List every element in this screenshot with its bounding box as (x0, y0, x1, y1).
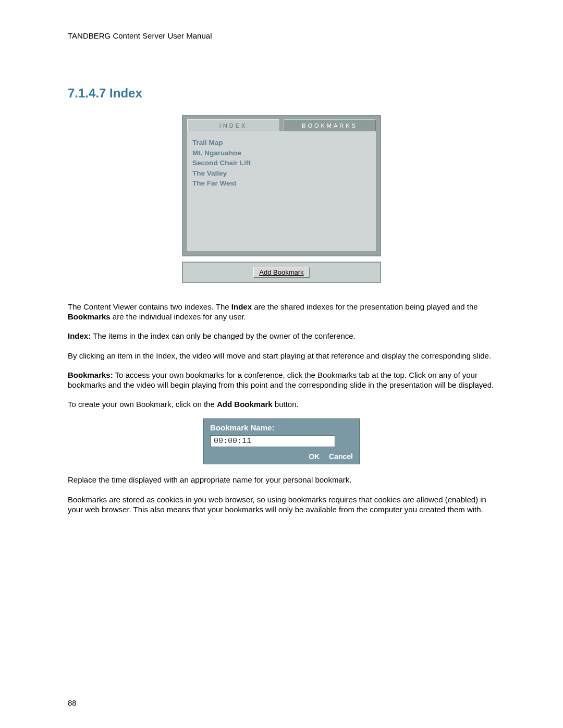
add-bookmark-bar: Add Bookmark (182, 262, 381, 283)
bookmark-dialog: Bookmark Name: OK Cancel (203, 418, 360, 464)
bold-index-label: Index: (68, 331, 91, 340)
text: The Content Viewer contains two indexes.… (68, 302, 231, 311)
paragraph-create-bookmark: To create your own Bookmark, click on th… (68, 399, 495, 409)
list-item[interactable]: Mt. Ngaruahoe (192, 148, 371, 158)
text: The items in the index can only be chang… (91, 331, 356, 340)
list-item[interactable]: Trail Map (192, 138, 371, 148)
ok-button[interactable]: OK (309, 452, 320, 461)
bold-add-bookmark: Add Bookmark (217, 400, 273, 409)
paragraph-bookmarks: Bookmarks: To access your own bookmarks … (68, 370, 495, 390)
section-heading: 7.1.4.7 Index (68, 86, 495, 101)
add-bookmark-button[interactable]: Add Bookmark (253, 267, 309, 278)
paragraph-replace-time: Replace the time displayed with an appro… (68, 475, 495, 485)
paragraph-click-item: By clicking an item in the Index, the vi… (68, 351, 495, 361)
tabs-row: INDEX BOOKMARKS (183, 116, 380, 131)
index-figure: INDEX BOOKMARKS Trail Map Mt. Ngaruahoe … (68, 115, 495, 283)
page-number: 88 (68, 698, 77, 707)
bold-bookmarks-label: Bookmarks: (68, 371, 113, 379)
bookmark-name-label: Bookmark Name: (210, 423, 353, 432)
bold-index: Index (231, 302, 252, 311)
paragraph-intro: The Content Viewer contains two indexes.… (68, 302, 495, 322)
tab-index[interactable]: INDEX (187, 119, 279, 131)
text: button. (273, 400, 299, 409)
bookmark-name-input[interactable] (210, 435, 335, 447)
tab-bookmarks[interactable]: BOOKMARKS (284, 119, 376, 131)
list-item[interactable]: The Valley (192, 168, 371, 179)
cancel-button[interactable]: Cancel (329, 452, 353, 461)
index-panel: INDEX BOOKMARKS Trail Map Mt. Ngaruahoe … (182, 115, 381, 256)
text: To create your own Bookmark, click on th… (68, 400, 217, 409)
list-item[interactable]: Second Chair Lift (192, 158, 371, 168)
document-header: TANDBERG Content Server User Manual (68, 31, 495, 40)
bold-bookmarks: Bookmarks (68, 312, 111, 321)
text: are the individual indexes for any user. (111, 312, 246, 321)
bookmark-dialog-figure: Bookmark Name: OK Cancel (68, 418, 495, 464)
text: are the shared indexes for the presentat… (252, 302, 478, 311)
dialog-actions: OK Cancel (210, 452, 353, 461)
text: To access your own bookmarks for a confe… (68, 371, 494, 389)
paragraph-index: Index: The items in the index can only b… (68, 331, 495, 341)
index-list: Trail Map Mt. Ngaruahoe Second Chair Lif… (187, 131, 376, 251)
list-item[interactable]: The Far West (192, 178, 371, 189)
paragraph-cookies: Bookmarks are stored as cookies in you w… (68, 495, 495, 514)
